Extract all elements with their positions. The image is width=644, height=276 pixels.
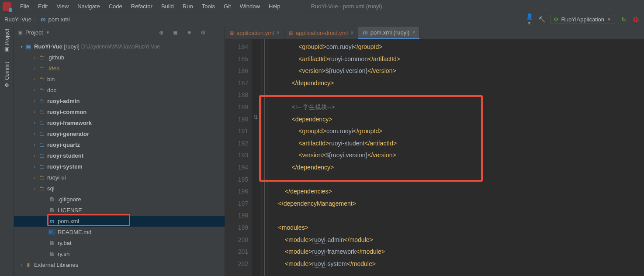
close-tab-icon[interactable]: × — [277, 30, 280, 36]
spring-icon: ⟳ — [554, 16, 559, 23]
project-panel: ▣ Project ▼ ⊕ ≣ ≡ ⚙ — ▾▣RuoYi-Vue [ruoyi… — [14, 26, 225, 276]
commit-toolwindow-button[interactable]: ✥Commit — [3, 62, 10, 88]
menu-code[interactable]: Code — [104, 3, 127, 10]
yaml-icon: ▦ — [289, 30, 293, 36]
tree-item-doc[interactable]: ›🗀doc — [14, 85, 225, 96]
menu-git[interactable]: Git — [219, 3, 235, 10]
tab-application-druid.yml[interactable]: ▦application-druid.yml× — [284, 27, 358, 39]
menu-tools[interactable]: Tools — [197, 3, 219, 10]
menu-view[interactable]: View — [52, 3, 73, 10]
tree-item-bin[interactable]: ›🗀bin — [14, 74, 225, 85]
menu-run[interactable]: Run — [178, 3, 197, 10]
maven-icon: m — [363, 29, 368, 36]
code-area: 1841851861871881891901911921931941951961… — [225, 39, 644, 276]
tree-item-.github[interactable]: ›🗀.github — [14, 52, 225, 63]
menu-window[interactable]: Window — [235, 3, 264, 10]
tree-item-sql[interactable]: ›🗀sql — [14, 183, 225, 194]
project-view-dropdown[interactable]: ▼ — [45, 30, 50, 35]
line-number-gutter[interactable]: 1841851861871881891901911921931941951961… — [225, 39, 252, 276]
user-icon[interactable]: 👤▾ — [526, 13, 533, 26]
breadcrumb-separator: 〉 — [33, 16, 39, 24]
hide-icon[interactable]: — — [213, 29, 221, 36]
project-view-icon: ▣ — [17, 29, 23, 36]
breadcrumb-project[interactable]: RuoYi-Vue — [4, 16, 31, 23]
tree-item-.gitignore[interactable]: 🗎.gitignore — [14, 194, 225, 205]
tree-item-ruoyi-common[interactable]: ›🗀ruoyi-common — [14, 107, 225, 117]
main: ▣Project ✥Commit ▣ Project ▼ ⊕ ≣ ≡ ⚙ — ▾… — [0, 26, 644, 276]
maven-icon: m — [41, 16, 46, 23]
project-toolwindow-button[interactable]: ▣Project — [3, 29, 10, 53]
menu-navigate[interactable]: Navigate — [73, 3, 104, 10]
tree-item-ruoyi-framework[interactable]: ›🗀ruoyi-framework — [14, 117, 225, 128]
locate-icon[interactable]: ⊕ — [157, 29, 165, 36]
tree-item-ruoyi-student[interactable]: ›🗀ruoyi-student — [14, 150, 225, 161]
project-panel-title: Project — [25, 29, 43, 36]
project-panel-header: ▣ Project ▼ ⊕ ≣ ≡ ⚙ — — [14, 26, 225, 39]
tree-item-.idea[interactable]: ›🗀.idea — [14, 63, 225, 74]
toolbar: RuoYi-Vue 〉 m pom.xml 👤▾ 🔨 ⟳ RuoYiApplic… — [0, 13, 644, 26]
menu-build[interactable]: Build — [157, 3, 178, 10]
menu-file[interactable]: File — [16, 3, 34, 10]
tree-item-ry.sh[interactable]: 🗎ry.sh — [14, 248, 225, 259]
tree-root[interactable]: ▾▣RuoYi-Vue [ruoyi]D:\Jayden\WWW\Java\Ru… — [14, 41, 225, 52]
settings-icon[interactable]: ⚙ — [199, 29, 207, 36]
tab-application.yml[interactable]: ▦application.yml× — [225, 27, 284, 39]
run-icon[interactable]: ↻ — [620, 16, 627, 23]
tree-item-ruoyi-admin[interactable]: ›🗀ruoyi-admin — [14, 96, 225, 107]
tree-item-ruoyi-ui[interactable]: ›🗀ruoyi-ui — [14, 172, 225, 183]
project-icon: ▣ — [3, 47, 10, 53]
run-config-selector[interactable]: ⟳ RuoYiApplication ▼ — [550, 15, 615, 24]
menu-bar: File Edit View Navigate Code Refactor Bu… — [0, 0, 644, 13]
tab-pom.xml (ruoyi)[interactable]: mpom.xml (ruoyi)× — [358, 27, 420, 39]
expand-all-icon[interactable]: ≣ — [171, 29, 179, 36]
close-tab-icon[interactable]: × — [350, 30, 353, 36]
tree-item-README.md[interactable]: M↓README.md — [14, 227, 225, 238]
tree-item-ruoyi-system[interactable]: ›🗀ruoyi-system — [14, 161, 225, 172]
tree-item-ruoyi-quartz[interactable]: ›🗀ruoyi-quartz — [14, 139, 225, 150]
editor: ▦application.yml×▦application-druid.yml×… — [225, 26, 644, 276]
run-config-label: RuoYiApplication — [561, 16, 605, 23]
tree-external-libraries[interactable]: ›⫼External Libraries — [14, 259, 225, 270]
tree-item-ruoyi-generator[interactable]: ›🗀ruoyi-generator — [14, 128, 225, 139]
app-icon — [3, 2, 11, 11]
build-icon[interactable]: 🔨 — [538, 16, 546, 23]
chevron-down-icon: ▼ — [607, 17, 611, 22]
menu-help[interactable]: Help — [264, 3, 285, 10]
menu-refactor[interactable]: Refactor — [127, 3, 157, 10]
toolwindow-stripe: ▣Project ✥Commit — [0, 26, 14, 276]
commit-icon: ✥ — [3, 82, 10, 89]
menu-edit[interactable]: Edit — [34, 3, 52, 10]
tree-item-ry.bat[interactable]: 🗎ry.bat — [14, 238, 225, 248]
breadcrumb-file[interactable]: pom.xml — [48, 16, 69, 23]
editor-tabs: ▦application.yml×▦application-druid.yml×… — [225, 26, 644, 39]
annotation-highlight-code — [259, 95, 483, 182]
collapse-all-icon[interactable]: ≡ — [185, 29, 193, 36]
tree-item-pom.xml[interactable]: mpom.xml — [14, 216, 225, 227]
gutter-mark-icon[interactable]: ⇅ — [253, 114, 258, 121]
close-tab-icon[interactable]: × — [412, 29, 415, 35]
debug-icon[interactable]: 🐞 — [632, 16, 640, 23]
window-title: RuoYi-Vue - pom.xml (ruoyi) — [311, 3, 382, 10]
project-tree[interactable]: ▾▣RuoYi-Vue [ruoyi]D:\Jayden\WWW\Java\Ru… — [14, 39, 225, 276]
breadcrumb: RuoYi-Vue 〉 m pom.xml — [4, 16, 70, 24]
yaml-icon: ▦ — [229, 30, 234, 36]
tree-item-LICENSE[interactable]: 🗎LICENSE — [14, 205, 225, 216]
